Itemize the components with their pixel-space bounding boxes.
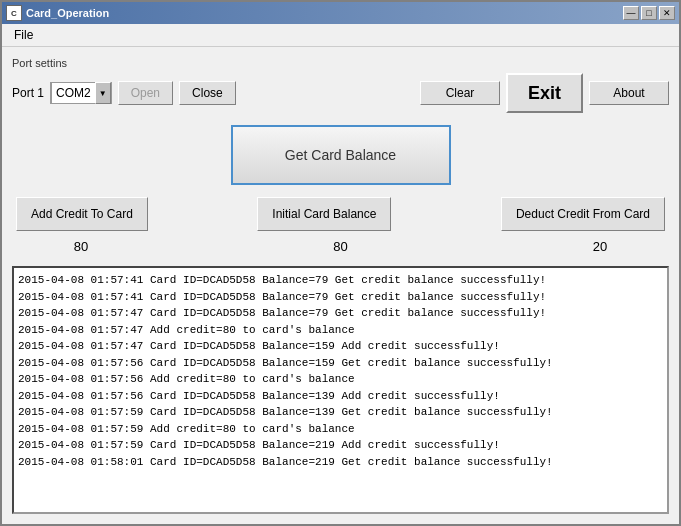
open-button[interactable]: Open	[118, 81, 173, 105]
log-line: 2015-04-08 01:57:59 Card ID=DCAD5D58 Bal…	[18, 404, 663, 421]
port-name-label: Port 1	[12, 86, 44, 100]
about-button[interactable]: About	[589, 81, 669, 105]
values-row: 80 80 20	[12, 239, 669, 254]
maximize-button[interactable]: □	[641, 6, 657, 20]
window-title: Card_Operation	[26, 7, 109, 19]
log-line: 2015-04-08 01:57:59 Card ID=DCAD5D58 Bal…	[18, 437, 663, 454]
log-line: 2015-04-08 01:57:59 Add credit=80 to car…	[18, 421, 663, 438]
log-line: 2015-04-08 01:57:47 Card ID=DCAD5D58 Bal…	[18, 338, 663, 355]
log-line: 2015-04-08 01:58:01 Card ID=DCAD5D58 Bal…	[18, 454, 663, 471]
file-menu[interactable]: File	[8, 26, 39, 44]
add-credit-value: 80	[16, 239, 146, 254]
main-content: Port settins Port 1 COM2 ▼ Open Close Cl…	[2, 47, 679, 524]
get-card-balance-button[interactable]: Get Card Balance	[231, 125, 451, 185]
initial-balance-value: 80	[276, 239, 406, 254]
main-window: C Card_Operation — □ ✕ File Port settins…	[0, 0, 681, 526]
initial-balance-button[interactable]: Initial Card Balance	[257, 197, 391, 231]
port-dropdown-icon[interactable]: ▼	[95, 82, 111, 104]
port-select-value: COM2	[51, 82, 95, 104]
title-bar-left: C Card_Operation	[6, 5, 109, 21]
log-line: 2015-04-08 01:57:47 Card ID=DCAD5D58 Bal…	[18, 305, 663, 322]
log-line: 2015-04-08 01:57:41 Card ID=DCAD5D58 Bal…	[18, 272, 663, 289]
action-buttons-row: Add Credit To Card Initial Card Balance …	[12, 197, 669, 231]
clear-button[interactable]: Clear	[420, 81, 500, 105]
minimize-button[interactable]: —	[623, 6, 639, 20]
log-line: 2015-04-08 01:57:56 Add credit=80 to car…	[18, 371, 663, 388]
close-button-port[interactable]: Close	[179, 81, 236, 105]
center-button-area: Get Card Balance	[12, 121, 669, 189]
log-area[interactable]: 2015-04-08 01:57:41 Card ID=DCAD5D58 Bal…	[12, 266, 669, 514]
log-line: 2015-04-08 01:57:47 Add credit=80 to car…	[18, 322, 663, 339]
port-section: Port settins Port 1 COM2 ▼ Open Close Cl…	[12, 57, 669, 113]
port-select-container[interactable]: COM2 ▼	[50, 82, 112, 104]
log-line: 2015-04-08 01:57:41 Card ID=DCAD5D58 Bal…	[18, 289, 663, 306]
add-credit-button[interactable]: Add Credit To Card	[16, 197, 148, 231]
log-line: 2015-04-08 01:57:56 Card ID=DCAD5D58 Bal…	[18, 355, 663, 372]
menu-bar: File	[2, 24, 679, 47]
close-button[interactable]: ✕	[659, 6, 675, 20]
title-bar-buttons: — □ ✕	[623, 6, 675, 20]
exit-button[interactable]: Exit	[506, 73, 583, 113]
title-bar: C Card_Operation — □ ✕	[2, 2, 679, 24]
deduct-credit-button[interactable]: Deduct Credit From Card	[501, 197, 665, 231]
port-settings-label: Port settins	[12, 57, 669, 69]
deduct-credit-value: 20	[535, 239, 665, 254]
log-line: 2015-04-08 01:57:56 Card ID=DCAD5D58 Bal…	[18, 388, 663, 405]
port-row: Port 1 COM2 ▼ Open Close Clear Exit Abou…	[12, 73, 669, 113]
window-icon: C	[6, 5, 22, 21]
